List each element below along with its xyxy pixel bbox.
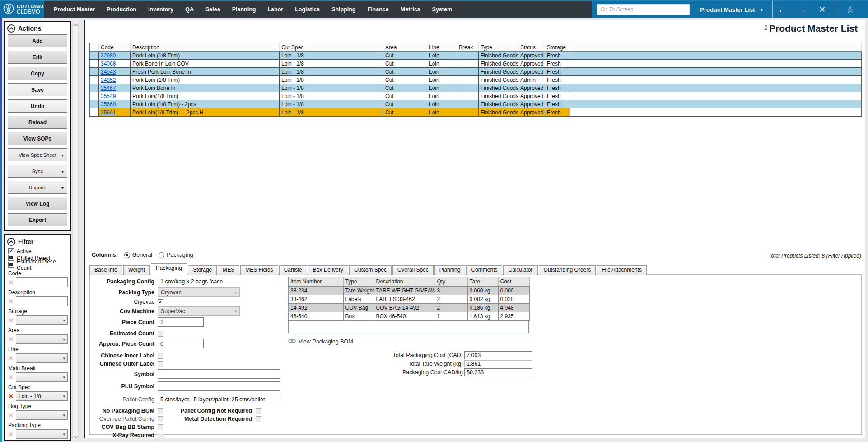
clear-filter-icon[interactable]: ✕: [7, 430, 14, 438]
xray-required-checkbox[interactable]: [158, 433, 163, 438]
estimated-count-checkbox[interactable]: [158, 331, 163, 337]
table-row[interactable]: 34543 Fresh Pork Loin Bone-in Loin - 1/8…: [90, 68, 862, 76]
screen-select-dropdown[interactable]: Product Master List ▼: [690, 1, 772, 18]
tab[interactable]: Storage: [188, 265, 217, 275]
clear-filter-icon[interactable]: ✕: [7, 335, 14, 343]
action-button[interactable]: Undo ▾: [8, 99, 67, 113]
menu-item[interactable]: Product Master: [54, 6, 95, 13]
grid-column-header[interactable]: Cut Spec: [280, 43, 383, 52]
menu-item[interactable]: Logistics: [295, 6, 320, 13]
checkbox-icon[interactable]: [8, 248, 14, 254]
tab[interactable]: Packaging: [151, 263, 187, 275]
table-row[interactable]: 34852 Pork Loin (1/8 Trim) Loin - 1/8 Cu…: [90, 76, 862, 84]
clear-filter-icon[interactable]: ✕: [7, 316, 14, 324]
cov-bag-bb-stamp-checkbox[interactable]: [158, 424, 163, 430]
row-selector[interactable]: [90, 84, 99, 92]
tab[interactable]: Box Delivery: [308, 265, 348, 275]
action-button[interactable]: Copy ▾: [8, 67, 67, 80]
symbol-input[interactable]: [158, 369, 280, 379]
action-button[interactable]: View Spec Sheet ▾: [8, 148, 67, 161]
view-packaging-bom-link[interactable]: View Packaging BOM: [288, 339, 532, 345]
grid-column-header[interactable]: Description: [131, 43, 280, 52]
menu-item[interactable]: System: [432, 6, 452, 13]
no-packaging-bom-checkbox[interactable]: [158, 408, 163, 414]
action-button[interactable]: View SOPs ▾: [8, 132, 67, 145]
tab[interactable]: Overall Spec: [392, 265, 434, 275]
filter-packing-type-select[interactable]: ▾: [16, 429, 68, 439]
cov-machine-select[interactable]: SuperVac▾: [158, 306, 240, 316]
clear-filter-icon[interactable]: ✕: [7, 392, 14, 400]
radio-icon[interactable]: [124, 252, 130, 258]
tab[interactable]: Calculator: [503, 265, 537, 275]
filter-description-input[interactable]: [16, 296, 68, 306]
action-button[interactable]: Add ▾: [8, 34, 67, 47]
back-arrow-icon[interactable]: ←: [772, 5, 792, 15]
bom-column-header[interactable]: Item Number: [289, 277, 343, 286]
product-code-link[interactable]: 35549: [101, 93, 116, 99]
approx-piece-count-input[interactable]: [158, 339, 204, 348]
menu-item[interactable]: Finance: [368, 6, 389, 13]
menu-item[interactable]: Shipping: [331, 6, 355, 13]
bom-row[interactable]: 46-540 Box BOX 46-540 1 1.613 kg 2.935: [289, 312, 529, 320]
product-code-link[interactable]: 34543: [101, 69, 116, 75]
table-row[interactable]: 35660 Pork Loin (1/8 Trim) - 2pcs Loin -…: [90, 100, 862, 108]
row-selector[interactable]: [90, 52, 99, 60]
checkbox-icon[interactable]: [8, 255, 14, 261]
bom-column-header[interactable]: Cost: [498, 277, 529, 286]
menu-item[interactable]: Sales: [205, 6, 220, 13]
metal-detection-required-checkbox[interactable]: [256, 416, 261, 422]
forward-arrow-icon[interactable]: →: [792, 5, 812, 15]
bom-column-header[interactable]: Tare: [467, 277, 498, 286]
bom-column-header[interactable]: Type: [343, 277, 374, 286]
collapse-actions-icon[interactable]: [7, 24, 15, 33]
columns-option-packaging[interactable]: Packaging: [159, 252, 193, 258]
action-button[interactable]: Save ▾: [8, 83, 67, 96]
filter-storage-select[interactable]: ▾: [16, 315, 68, 325]
grid-column-header[interactable]: [570, 43, 862, 52]
menu-item[interactable]: Production: [107, 6, 136, 13]
grid-column-header[interactable]: [90, 43, 99, 52]
row-selector[interactable]: [90, 76, 99, 84]
packaging-cost-per-kg-input[interactable]: [464, 368, 532, 376]
clear-filter-icon[interactable]: ✕: [7, 411, 14, 419]
tab[interactable]: Carlisle: [279, 265, 307, 275]
sidebar-scrollbar[interactable]: [72, 21, 79, 441]
grid-column-header[interactable]: Line: [427, 43, 457, 52]
packaging-config-input[interactable]: [158, 277, 280, 286]
menu-item[interactable]: Inventory: [148, 6, 173, 13]
bom-row[interactable]: 14-492 COV Bag COV BAG 14-492 2 0.186 kg…: [289, 303, 529, 312]
pallet-config-not-required-checkbox[interactable]: [256, 408, 261, 414]
chinese-inner-label-checkbox[interactable]: [158, 353, 163, 359]
tab[interactable]: Weight: [123, 265, 150, 275]
tab[interactable]: MES Fields: [240, 265, 278, 275]
packing-type-select[interactable]: Cryovac▾: [158, 287, 240, 297]
clear-filter-icon[interactable]: ✕: [7, 297, 14, 306]
bom-column-header[interactable]: Description: [374, 277, 435, 286]
collapse-filter-icon[interactable]: [7, 238, 15, 246]
action-button[interactable]: Reload ▾: [8, 116, 67, 129]
action-button[interactable]: Sync ▾: [8, 165, 67, 178]
menu-item[interactable]: Metrics: [401, 6, 420, 13]
action-button[interactable]: Export ▾: [8, 213, 67, 226]
chinese-outer-label-checkbox[interactable]: [158, 361, 163, 367]
row-selector[interactable]: [90, 68, 99, 76]
product-code-link[interactable]: 35467: [101, 85, 116, 91]
tab[interactable]: MES: [218, 265, 239, 275]
tab[interactable]: Planning: [434, 265, 466, 275]
grid-column-header[interactable]: Status: [518, 43, 545, 52]
filter-checkbox-row[interactable]: Active: [5, 248, 70, 254]
filter-main-break-select[interactable]: ▾: [16, 372, 68, 382]
grid-column-header[interactable]: Area: [383, 43, 427, 52]
row-selector[interactable]: [90, 108, 99, 117]
action-button[interactable]: Edit ▾: [8, 51, 67, 64]
grid-column-header[interactable]: Code: [99, 43, 131, 52]
table-row[interactable]: 35467 Pork Loin Bone In Loin - 1/8 Cut L…: [90, 84, 862, 92]
row-selector[interactable]: [90, 92, 99, 100]
total-packaging-cost-input[interactable]: [464, 351, 532, 359]
bom-row[interactable]: 33-462 Labels LABELS 33-462 2 0.002 kg 0…: [289, 295, 529, 303]
row-selector[interactable]: [90, 100, 99, 108]
favorite-star-icon[interactable]: ☆: [846, 4, 854, 15]
filter-code-input[interactable]: [16, 277, 68, 287]
menu-item[interactable]: QA: [185, 6, 194, 13]
table-row[interactable]: 35549 Pork Loin(1/8 Trim) Loin - 1/8 Cut…: [90, 92, 862, 100]
